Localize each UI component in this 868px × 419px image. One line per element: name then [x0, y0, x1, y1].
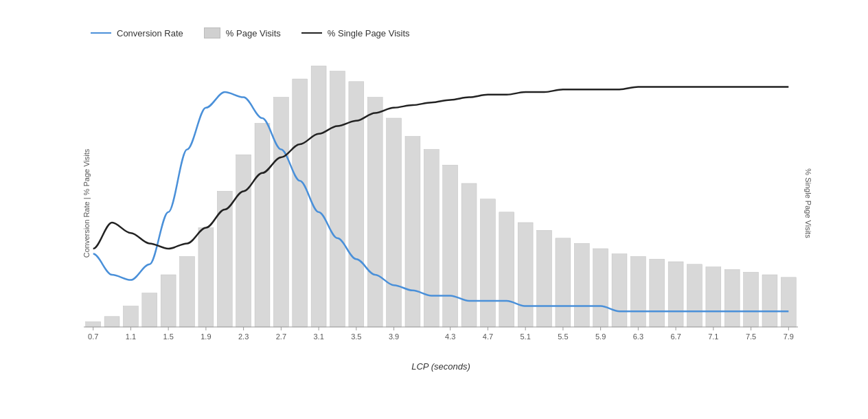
svg-rect-13 [330, 71, 345, 327]
svg-text:4.7: 4.7 [483, 332, 493, 341]
svg-text:7.5: 7.5 [746, 332, 756, 341]
svg-rect-33 [706, 267, 721, 327]
svg-rect-12 [311, 66, 326, 327]
svg-rect-3 [142, 293, 157, 327]
svg-text:3.9: 3.9 [389, 332, 399, 341]
svg-rect-0 [86, 321, 101, 327]
legend-conversion-rate: Conversion Rate [91, 28, 183, 38]
svg-rect-17 [405, 137, 420, 327]
svg-rect-25 [556, 238, 571, 327]
svg-text:7.9: 7.9 [784, 332, 794, 341]
svg-rect-8 [236, 155, 251, 327]
svg-rect-21 [480, 199, 495, 327]
svg-rect-30 [650, 259, 665, 327]
svg-rect-37 [781, 278, 796, 327]
y-axis-right-label: % Single Page Visits [803, 168, 812, 238]
legend-single-page-visits: % Single Page Visits [301, 28, 410, 38]
svg-text:5.1: 5.1 [521, 332, 531, 341]
chart-area: Conversion Rate | % Page Visits % Single… [77, 52, 805, 354]
svg-rect-34 [724, 269, 740, 327]
svg-rect-26 [574, 243, 589, 327]
svg-rect-36 [762, 275, 777, 327]
svg-rect-22 [499, 212, 514, 327]
chart-container: Conversion Rate % Page Visits % Single P… [22, 14, 846, 405]
svg-rect-32 [687, 264, 703, 327]
svg-text:1.5: 1.5 [163, 332, 174, 341]
svg-text:1.9: 1.9 [201, 332, 211, 341]
svg-rect-18 [424, 150, 439, 327]
svg-text:5.9: 5.9 [595, 332, 606, 341]
svg-rect-20 [461, 183, 477, 327]
svg-rect-7 [217, 191, 232, 327]
svg-text:5.5: 5.5 [558, 332, 568, 341]
y-axis-left-label: Conversion Rate | % Page Visits [82, 149, 91, 258]
svg-rect-9 [255, 124, 270, 327]
svg-rect-23 [518, 223, 533, 327]
x-axis-label: LCP (seconds) [77, 361, 805, 372]
svg-text:6.7: 6.7 [670, 332, 681, 341]
svg-text:7.1: 7.1 [708, 332, 718, 341]
svg-rect-29 [630, 256, 646, 327]
legend-label-single-page-visits: % Single Page Visits [328, 28, 410, 38]
svg-rect-2 [123, 306, 138, 327]
legend-label-conversion-rate: Conversion Rate [117, 28, 183, 38]
svg-rect-28 [612, 254, 627, 327]
svg-rect-6 [198, 228, 214, 327]
svg-text:1.1: 1.1 [126, 332, 136, 341]
chart-svg: 0.71.11.51.92.32.73.13.53.94.34.75.15.55… [77, 52, 805, 354]
legend-bar-box [204, 27, 220, 38]
svg-rect-11 [293, 79, 308, 327]
svg-rect-1 [104, 317, 119, 327]
svg-text:4.3: 4.3 [445, 332, 455, 341]
svg-text:3.1: 3.1 [313, 332, 323, 341]
legend-label-page-visits: % Page Visits [226, 28, 281, 38]
svg-rect-5 [180, 256, 195, 327]
svg-rect-19 [443, 165, 458, 327]
svg-rect-35 [744, 272, 759, 327]
svg-rect-10 [273, 98, 288, 327]
svg-text:2.3: 2.3 [238, 332, 249, 341]
legend-page-visits: % Page Visits [204, 27, 281, 38]
svg-text:0.7: 0.7 [88, 332, 98, 341]
svg-rect-27 [593, 249, 608, 327]
svg-text:2.7: 2.7 [276, 332, 286, 341]
svg-rect-16 [387, 118, 402, 327]
svg-text:6.3: 6.3 [633, 332, 643, 341]
svg-rect-31 [668, 262, 683, 327]
svg-rect-15 [367, 98, 382, 327]
chart-legend: Conversion Rate % Page Visits % Single P… [77, 27, 805, 38]
legend-line-black [301, 32, 322, 34]
svg-text:3.5: 3.5 [351, 332, 361, 341]
svg-rect-24 [537, 230, 552, 327]
legend-line-blue [91, 32, 111, 34]
svg-rect-4 [161, 275, 176, 327]
